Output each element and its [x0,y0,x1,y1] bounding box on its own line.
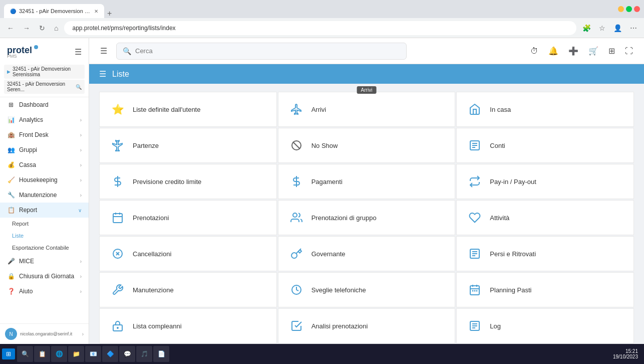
sidebar-item-analytics[interactable]: 📊 Analytics › [0,112,89,127]
taskbar-app-9[interactable]: 📄 [153,346,169,362]
breadcrumb-1[interactable]: ▶ 32451 - pAir Demoversion Serenissima [4,65,85,79]
sidebar-item-chiusura[interactable]: 🔒 Chiusura di Giornata › [0,269,89,284]
sidebar-item-front-desk[interactable]: 🏨 Front Desk › [0,127,89,142]
sidebar-item-manutenzione[interactable]: 🔧 Manutenzione › [0,188,89,203]
grid-button[interactable]: ⊞ [605,43,618,59]
sidebar-label-front-desk: Front Desk [19,131,49,138]
browser-tab-active[interactable]: 🔵 32451 - pAir Demoversion Ser... ✕ [4,4,104,18]
list-item-attivita[interactable]: Attività [456,200,634,235]
list-item-pagamenti[interactable]: Pagamenti [278,164,456,199]
list-item-no-show[interactable]: No Show [278,128,456,163]
favorites-button[interactable]: ☆ [596,22,608,34]
list-item-manutenzione[interactable]: Manutenzione [99,272,277,307]
taskbar-app-3[interactable]: 🌐 [51,346,67,362]
list-item-previsione-credito[interactable]: Previsione credito limite [99,164,277,199]
sidebar-sub-report[interactable]: Report [0,218,89,230]
taskbar-app-6[interactable]: 🔷 [102,346,118,362]
taskbar-app-2[interactable]: 📋 [34,346,50,362]
list-label: Lista compleanni [133,322,182,330]
sidebar-item-gruppi[interactable]: 👥 Gruppi › [0,142,89,157]
sidebar-item-dashboard[interactable]: ⊞ Dashboard [0,97,89,112]
accounts-icon [467,137,483,153]
sidebar-item-cassa[interactable]: 💰 Cassa › [0,157,89,172]
home-button[interactable]: ⌂ [51,22,61,34]
list-item-lista-compleanni[interactable]: Lista compleanni [99,308,277,343]
list-label: Liste definite dall'utente [133,106,200,113]
tab-title: 32451 - pAir Demoversion Ser... [19,8,91,14]
taskbar-app-8[interactable]: 🎵 [136,346,152,362]
lists-grid: ⭐ Liste definite dall'utente Arrivi Arri… [99,92,634,344]
list-item-prenotazioni-gruppo[interactable]: Prenotazioni di gruppo [278,200,456,235]
list-item-cancellazioni[interactable]: Cancellazioni [99,236,277,271]
new-tab-button[interactable]: + [105,9,114,18]
sidebar-label-chiusura: Chiusura di Giornata [19,273,74,280]
sub-label-liste: Liste [12,233,24,239]
taskbar-app-4[interactable]: 📁 [68,346,84,362]
list-item-sveglie[interactable]: Sveglie telefoniche [278,272,456,307]
taskbar-app-5[interactable]: 📧 [85,346,101,362]
sidebar-sub-esportazione[interactable]: Esportazione Contabile [0,242,89,254]
sub-label-report: Report [12,221,29,227]
list-item-user-defined[interactable]: ⭐ Liste definite dall'utente [99,92,277,127]
page-header-icon: ☰ [99,69,106,79]
list-label: Conti [490,142,505,149]
taskbar-app-1[interactable]: 🔍 [17,346,33,362]
list-item-governante[interactable]: Governante [278,236,456,271]
plane-arrive-icon [288,101,304,117]
address-input[interactable] [64,21,576,35]
minimize-button[interactable] [618,6,624,12]
profile-button[interactable]: 👤 [610,22,625,34]
taskbar-app-7[interactable]: 💬 [119,346,135,362]
breadcrumb-search-icon[interactable]: 🔍 [76,84,82,90]
list-item-conti[interactable]: Conti [456,128,634,163]
extensions-button[interactable]: 🧩 [579,22,594,34]
sidebar-item-aiuto[interactable]: ❓ Aiuto › [0,284,89,299]
close-button[interactable] [634,6,640,12]
settings-button[interactable]: ⋯ [627,22,640,34]
hamburger-button[interactable]: ☰ [75,47,82,57]
sidebar-label-cassa: Cassa [19,161,36,168]
maximize-button[interactable] [626,6,632,12]
maintenance-icon [110,282,126,298]
list-label: Previsione credito limite [133,178,201,186]
reload-button[interactable]: ↻ [36,22,48,34]
browser-chrome: 🔵 32451 - pAir Demoversion Ser... ✕ + [0,0,644,18]
list-item-prenotazioni[interactable]: Prenotazioni [99,200,277,235]
list-item-planning-pasti[interactable]: Planning Pasti [456,272,634,307]
forward-button[interactable]: → [20,22,33,34]
sidebar-item-mice[interactable]: 🎤 MICE › [0,254,89,269]
clock-button[interactable]: ⏱ [527,44,541,59]
start-button[interactable]: ⊞ [2,348,15,359]
sidebar-sub-liste[interactable]: Liste [0,230,89,242]
list-item-persi-ritrovati[interactable]: Persi e Ritrovati [456,236,634,271]
search-input[interactable] [135,47,400,55]
star-icon: ⭐ [110,101,126,117]
add-button[interactable]: ➕ [565,43,581,59]
sidebar-toggle-button[interactable]: ☰ [97,43,110,59]
list-item-arrivi[interactable]: Arrivi Arrivi [278,92,456,127]
wakeup-icon [288,282,304,298]
breadcrumb-2[interactable]: 32451 - pAir Demoversion Seren... 🔍 [4,80,85,94]
sidebar-item-housekeeping[interactable]: 🧹 Housekeeping › [0,172,89,188]
nav-items: ⊞ Dashboard 📊 Analytics › 🏨 Front Desk › [0,97,89,299]
sidebar-item-report[interactable]: 📋 Report ∨ [0,203,89,218]
chevron-down-icon: ∨ [78,208,82,213]
list-item-in-casa[interactable]: In casa [456,92,634,127]
notifications-button[interactable]: 🔔 [545,43,561,59]
list-item-payin-payout[interactable]: Pay-in / Pay-out [456,164,634,199]
top-actions: ⏱ 🔔 ➕ 🛒 ⊞ ⛶ [527,43,636,59]
tab-close-button[interactable]: ✕ [94,9,98,14]
list-item-log[interactable]: Log [456,308,634,343]
list-item-analisi-prenotazioni[interactable]: Analisi prenotazioni [278,308,456,343]
fullscreen-button[interactable]: ⛶ [622,44,636,59]
no-show-icon [288,137,304,153]
analysis-icon [288,318,304,334]
cart-button[interactable]: 🛒 [585,43,601,59]
user-area[interactable]: N nicolas.ongarato@serinf.it › [0,323,89,344]
list-label: In casa [490,106,511,113]
list-item-partenze[interactable]: Partenze [99,128,277,163]
back-button[interactable]: ← [4,22,17,34]
sidebar-label-gruppi: Gruppi [19,146,37,153]
payout-icon [467,173,483,190]
group-reservations-icon [288,210,304,226]
